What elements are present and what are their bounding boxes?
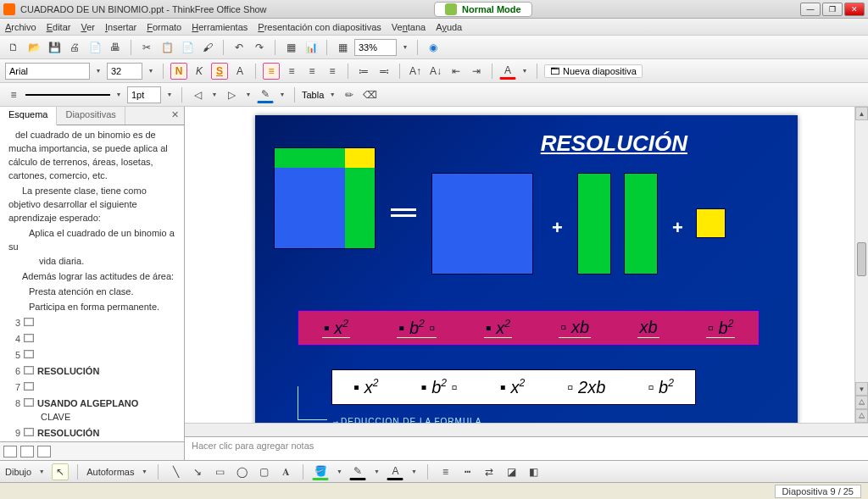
fill-dd[interactable]: ▼: [334, 469, 344, 474]
prev-slide-scroll-icon[interactable]: ⧋: [855, 396, 868, 409]
fill-color-icon[interactable]: 🪣: [312, 463, 329, 480]
font-combo[interactable]: [5, 63, 90, 80]
menu-insertar[interactable]: Insertar: [105, 22, 136, 32]
tab-outline[interactable]: Esquema: [0, 107, 57, 125]
tabla-dd[interactable]: ▼: [327, 91, 337, 97]
outline-slide-row[interactable]: 8USANDO ALGEPLANO: [8, 397, 179, 411]
autoformas-menu[interactable]: Autoformas: [86, 467, 134, 477]
outline-slide-row[interactable]: 9RESOLUCIÓN: [8, 427, 179, 441]
menu-ayuda[interactable]: Ayuda: [436, 22, 462, 32]
next-slide-scroll-icon[interactable]: ⧋: [855, 409, 868, 423]
menu-archivo[interactable]: Archivo: [5, 22, 36, 32]
scroll-thumb[interactable]: [857, 242, 866, 276]
wordart-icon[interactable]: 𝐀: [277, 463, 294, 480]
select-icon[interactable]: ↖: [52, 463, 69, 480]
pdf-icon[interactable]: 📄: [86, 39, 103, 56]
paintbrush-icon[interactable]: 🖌: [199, 39, 216, 56]
dibujo-menu[interactable]: Dibujo: [5, 467, 31, 477]
panel-close-icon[interactable]: ✕: [166, 107, 184, 125]
line-pt-combo[interactable]: [127, 86, 161, 103]
new-slide-button[interactable]: 🗔 Nueva diapositiva: [544, 64, 643, 78]
open-icon[interactable]: 📂: [25, 39, 42, 56]
outline-slide-row[interactable]: 6RESOLUCIÓN: [8, 365, 179, 379]
scroll-down-icon[interactable]: ▼: [855, 382, 868, 396]
increase-font-icon[interactable]: A↑: [407, 63, 424, 80]
align-justify-icon[interactable]: ≡: [324, 63, 341, 80]
line-style2-icon[interactable]: ≡: [437, 463, 453, 480]
rect-tool-icon[interactable]: ▭: [211, 463, 228, 480]
normal-mode-indicator[interactable]: Normal Mode: [434, 2, 532, 17]
align-right-icon[interactable]: ≡: [303, 63, 320, 80]
redo-icon[interactable]: ↷: [251, 39, 268, 56]
decrease-font-icon[interactable]: A↓: [427, 63, 444, 80]
line-color-icon2[interactable]: ✎: [349, 463, 366, 480]
outline-slide-row[interactable]: 7: [8, 381, 179, 395]
dibujo-dd[interactable]: ▼: [36, 469, 47, 474]
zoom-combo[interactable]: [354, 39, 397, 56]
normal-view-icon[interactable]: [3, 446, 17, 457]
tab-slides[interactable]: Diapositivas: [57, 107, 125, 125]
menu-ventana[interactable]: Ventana: [392, 22, 426, 32]
line-color-icon[interactable]: ✎: [257, 86, 274, 103]
line-color-dd[interactable]: ▼: [277, 91, 287, 97]
textbox-tool-icon[interactable]: ▢: [255, 463, 272, 480]
export-icon[interactable]: 🖨: [66, 39, 83, 56]
menu-editar[interactable]: Editar: [47, 22, 71, 32]
font-color-icon[interactable]: A: [499, 63, 516, 80]
slideshow-view-icon[interactable]: [37, 446, 51, 457]
menu-ver[interactable]: Ver: [81, 22, 95, 32]
table-draw-icon[interactable]: ✏: [341, 86, 358, 103]
fontsize-dropdown[interactable]: ▼: [146, 68, 156, 74]
slide-canvas-area[interactable]: RESOLUCIÓN + +: [185, 107, 868, 423]
line-start-icon[interactable]: ◁: [189, 86, 206, 103]
dash-style-icon[interactable]: ┅: [459, 463, 476, 480]
outdent-icon[interactable]: ⇤: [448, 63, 465, 80]
line-weight-dropdown[interactable]: ▼: [114, 91, 124, 97]
shadow-style-icon[interactable]: ◪: [503, 463, 520, 480]
fontsize-combo[interactable]: [107, 63, 142, 80]
new-icon[interactable]: 🗋: [5, 39, 22, 56]
line-start-dd[interactable]: ▼: [209, 91, 220, 97]
undo-icon[interactable]: ↶: [231, 39, 248, 56]
arrow-tool-icon[interactable]: ↘: [189, 463, 206, 480]
line-end-dd[interactable]: ▼: [243, 91, 253, 97]
menu-herramientas[interactable]: Herramientas: [192, 22, 248, 32]
insert-table-icon[interactable]: ▦: [282, 39, 299, 56]
line-end-icon[interactable]: ▷: [223, 86, 240, 103]
close-button[interactable]: ✕: [844, 3, 865, 16]
font-dropdown[interactable]: ▼: [93, 68, 103, 74]
outline-slide-row[interactable]: 5: [8, 349, 179, 363]
italic-button[interactable]: K: [191, 63, 208, 80]
line-pt-dropdown[interactable]: ▼: [164, 91, 175, 97]
slide-canvas[interactable]: RESOLUCIÓN + +: [255, 115, 798, 423]
font-dd[interactable]: ▼: [409, 469, 419, 474]
3d-style-icon[interactable]: ◧: [525, 463, 542, 480]
align-left-icon[interactable]: ≡: [263, 63, 280, 80]
grid-icon[interactable]: ▦: [334, 39, 351, 56]
vertical-scrollbar[interactable]: ▲ ▼ ⧋ ⧋: [854, 107, 868, 423]
font-color-dropdown[interactable]: ▼: [520, 68, 530, 74]
line-style-icon[interactable]: ≡: [5, 86, 22, 103]
outline-slide-row[interactable]: 4: [8, 333, 179, 347]
outline-slide-row[interactable]: 3: [8, 317, 179, 330]
align-center-icon[interactable]: ≡: [283, 63, 300, 80]
line-dd[interactable]: ▼: [371, 469, 381, 474]
notes-area[interactable]: Hacer clic para agregar notas: [185, 436, 868, 460]
save-icon[interactable]: 💾: [46, 39, 63, 56]
numbering-icon[interactable]: ≕: [376, 63, 392, 80]
insert-chart-icon[interactable]: 📊: [303, 39, 320, 56]
line-tool-icon[interactable]: ╲: [167, 463, 184, 480]
shadow-button[interactable]: A: [231, 63, 248, 80]
menu-presentacion[interactable]: Presentación con diapositivas: [258, 22, 381, 32]
paste-icon[interactable]: 📄: [179, 39, 196, 56]
underline-button[interactable]: S: [211, 63, 228, 80]
ellipse-tool-icon[interactable]: ◯: [233, 463, 250, 480]
tabla-label[interactable]: Tabla: [302, 90, 324, 100]
minimize-button[interactable]: —: [800, 3, 821, 16]
table-erase-icon[interactable]: ⌫: [361, 86, 378, 103]
outline-content[interactable]: del cuadrado de un binomio es de mucha i…: [0, 125, 184, 441]
bold-button[interactable]: N: [170, 63, 187, 80]
help-icon[interactable]: ◉: [425, 39, 442, 56]
font-color-icon2[interactable]: A: [387, 463, 403, 480]
cut-icon[interactable]: ✂: [138, 39, 155, 56]
